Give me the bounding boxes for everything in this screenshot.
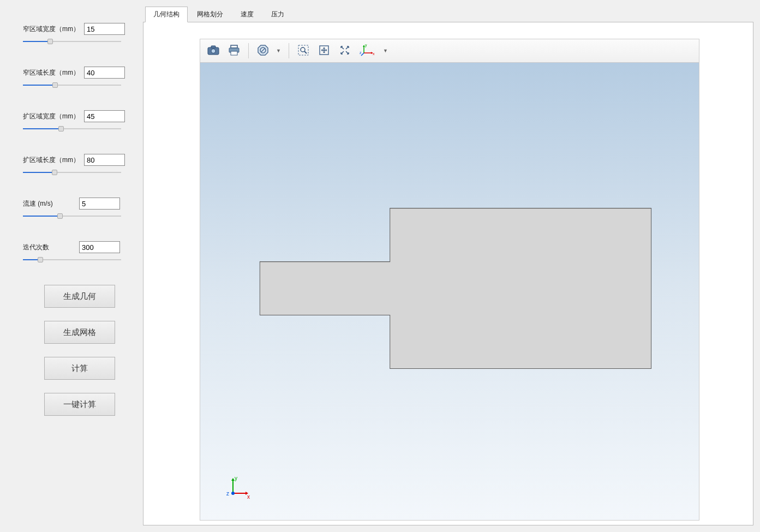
axis-label-z: z	[226, 491, 229, 497]
param-slider[interactable]	[23, 255, 121, 264]
generate-mesh-button[interactable]: 生成网格	[44, 321, 115, 344]
param-input[interactable]	[84, 23, 125, 35]
param-label: 窄区域长度（mm）	[23, 68, 80, 77]
tab-content-geometry: ▼	[143, 22, 753, 525]
param-slider[interactable]	[23, 168, 121, 177]
orientation-button[interactable]: yxz	[357, 42, 379, 59]
svg-text:x: x	[373, 52, 375, 56]
axis-triad-icon: yxz	[360, 43, 376, 59]
svg-rect-9	[298, 45, 308, 55]
action-buttons: 生成几何 生成网格 计算 一键计算	[23, 285, 136, 416]
svg-rect-1	[211, 46, 216, 48]
toolbar-separator	[248, 43, 249, 58]
screenshot-button[interactable]	[205, 42, 222, 59]
svg-point-10	[301, 47, 305, 52]
svg-point-22	[231, 492, 235, 495]
axis-label-y: y	[235, 475, 237, 481]
toggle-view-button[interactable]	[254, 42, 272, 59]
chevron-down-icon[interactable]: ▼	[381, 46, 390, 56]
camera-icon	[207, 45, 219, 57]
svg-text:y: y	[365, 43, 367, 47]
svg-line-11	[304, 51, 307, 53]
geometry-shape	[200, 63, 699, 520]
no-entry-icon	[257, 44, 269, 58]
param-label: 迭代次数	[23, 243, 75, 252]
param-slider[interactable]	[23, 37, 121, 46]
axis-label-x: x	[247, 494, 250, 500]
chevron-down-icon[interactable]: ▼	[274, 46, 283, 56]
param-row: 流速 (m/s)	[23, 198, 136, 220]
param-label: 流速 (m/s)	[23, 199, 75, 208]
param-slider[interactable]	[23, 212, 121, 220]
fit-icon	[318, 44, 330, 58]
tab-3[interactable]: 压力	[263, 7, 292, 22]
svg-rect-5	[231, 51, 237, 55]
zoom-box-button[interactable]	[295, 42, 312, 59]
center-icon	[339, 44, 351, 58]
param-slider[interactable]	[23, 124, 121, 133]
param-row: 窄区域长度（mm）	[23, 67, 136, 89]
param-row: 扩区域长度（mm）	[23, 154, 136, 177]
print-icon	[228, 45, 240, 57]
svg-rect-3	[231, 45, 237, 48]
one-click-compute-button[interactable]: 一键计算	[44, 393, 115, 416]
param-row: 扩区域宽度（mm）	[23, 110, 136, 133]
param-label: 扩区域长度（mm）	[23, 156, 80, 165]
svg-marker-19	[260, 208, 651, 369]
svg-text:z: z	[360, 51, 362, 55]
compute-button[interactable]: 计算	[44, 357, 115, 380]
reset-view-button[interactable]	[336, 42, 354, 59]
param-input[interactable]	[84, 154, 125, 166]
axis-triad: y x z	[223, 475, 250, 504]
app-root: 窄区域宽度（mm） 窄区域长度（mm） 扩区域宽度（mm） 扩区域长度（mm	[0, 0, 760, 532]
sidebar: 窄区域宽度（mm） 窄区域长度（mm） 扩区域宽度（mm） 扩区域长度（mm	[7, 7, 143, 525]
geometry-viewport[interactable]: y x z	[200, 63, 699, 521]
zoom-select-icon	[297, 44, 309, 58]
print-button[interactable]	[225, 42, 243, 59]
param-label: 窄区域宽度（mm）	[23, 25, 80, 34]
generate-geometry-button[interactable]: 生成几何	[44, 285, 115, 308]
viewport-toolbar: ▼	[200, 39, 699, 63]
tab-1[interactable]: 网格划分	[189, 7, 231, 22]
main-panel: 几何结构网格划分速度压力	[143, 7, 753, 525]
param-slider[interactable]	[23, 81, 121, 89]
svg-line-17	[361, 53, 364, 56]
param-input[interactable]	[84, 67, 125, 79]
param-row: 迭代次数	[23, 241, 136, 264]
tab-0[interactable]: 几何结构	[145, 7, 188, 22]
param-label: 扩区域宽度（mm）	[23, 112, 80, 121]
toolbar-separator	[289, 43, 289, 58]
svg-point-2	[211, 49, 216, 53]
tab-2[interactable]: 速度	[232, 7, 262, 22]
param-input[interactable]	[79, 241, 120, 253]
zoom-extent-button[interactable]	[315, 42, 333, 59]
param-row: 窄区域宽度（mm）	[23, 23, 136, 46]
param-input[interactable]	[84, 110, 125, 122]
param-input[interactable]	[79, 198, 120, 210]
tab-bar: 几何结构网格划分速度压力	[143, 7, 753, 22]
